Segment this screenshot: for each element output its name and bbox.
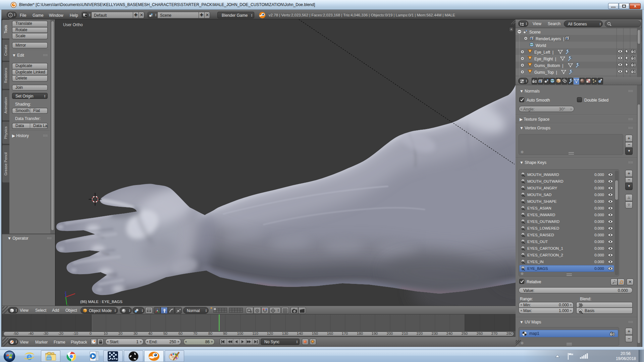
svg-text:z: z xyxy=(65,291,66,294)
svg-text:i: i xyxy=(10,14,11,17)
svg-text:+: + xyxy=(511,27,513,31)
svg-text:(86) MALE : EYE_BAGS: (86) MALE : EYE_BAGS xyxy=(80,300,122,304)
svg-text:User Ortho: User Ortho xyxy=(63,22,83,27)
